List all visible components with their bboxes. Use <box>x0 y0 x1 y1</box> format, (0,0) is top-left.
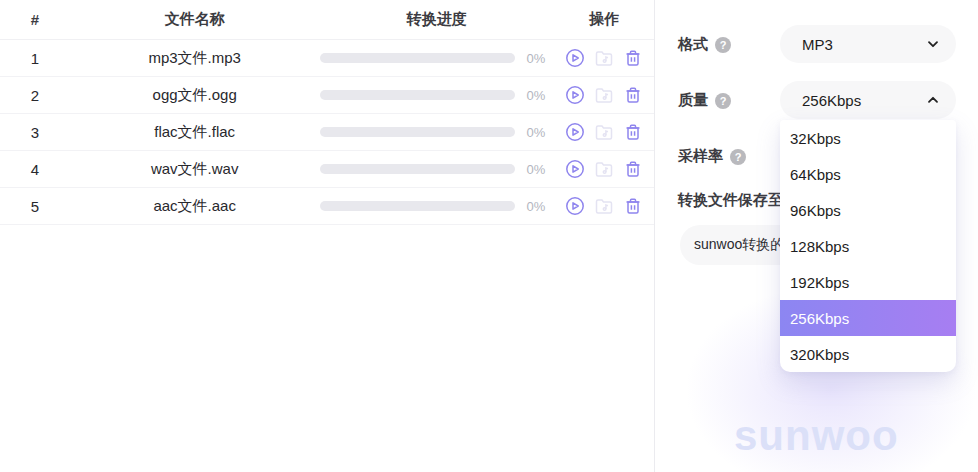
chevron-down-icon <box>926 37 940 51</box>
quality-value: 256Kbps <box>802 92 861 109</box>
progress-bar <box>320 201 515 211</box>
table-row: 2 ogg文件.ogg 0% <box>0 77 654 114</box>
progress-percent: 0% <box>527 51 546 66</box>
play-button[interactable] <box>565 48 585 68</box>
format-value: MP3 <box>802 36 833 53</box>
table-row: 4 wav文件.wav 0% <box>0 151 654 188</box>
header-index: # <box>0 11 70 28</box>
file-table: # 文件名称 转换进度 操作 1 mp3文件.mp3 0% 2 ogg文件.og… <box>0 0 655 472</box>
quality-select[interactable]: 256Kbps <box>780 81 956 119</box>
settings-panel: sunwoo 格式 MP3 质量 256Kbps 采样率 转换文件保存至 sun… <box>656 0 978 472</box>
help-icon[interactable] <box>730 149 746 165</box>
progress-bar <box>320 164 515 174</box>
table-header: # 文件名称 转换进度 操作 <box>0 0 654 40</box>
output-folder-button[interactable] <box>594 48 614 68</box>
dropdown-option[interactable]: 320Kbps <box>780 336 956 372</box>
chevron-up-icon <box>926 93 940 107</box>
row-index: 4 <box>0 161 70 178</box>
dropdown-option[interactable]: 128Kbps <box>780 228 956 264</box>
row-index: 3 <box>0 124 70 141</box>
row-filename: ogg文件.ogg <box>70 86 320 105</box>
row-index: 2 <box>0 87 70 104</box>
play-button[interactable] <box>565 122 585 142</box>
format-label: 格式 <box>678 35 708 54</box>
output-folder-button[interactable] <box>594 85 614 105</box>
header-actions: 操作 <box>554 10 654 29</box>
dropdown-option[interactable]: 192Kbps <box>780 264 956 300</box>
delete-button[interactable] <box>623 85 643 105</box>
output-folder-button[interactable] <box>594 159 614 179</box>
watermark: sunwoo <box>734 412 899 460</box>
delete-button[interactable] <box>623 196 643 216</box>
play-button[interactable] <box>565 85 585 105</box>
row-index: 1 <box>0 50 70 67</box>
progress-percent: 0% <box>527 162 546 177</box>
table-row: 5 aac文件.aac 0% <box>0 188 654 225</box>
dropdown-option-selected[interactable]: 256Kbps <box>780 300 956 336</box>
dropdown-option[interactable]: 96Kbps <box>780 192 956 228</box>
header-filename: 文件名称 <box>70 10 320 29</box>
play-button[interactable] <box>565 196 585 216</box>
samplerate-label: 采样率 <box>678 147 723 166</box>
progress-percent: 0% <box>527 125 546 140</box>
save-path-value: sunwoo转换的 <box>694 236 784 254</box>
progress-bar <box>320 53 515 63</box>
progress-percent: 0% <box>527 88 546 103</box>
help-icon[interactable] <box>715 37 731 53</box>
play-button[interactable] <box>565 159 585 179</box>
header-progress: 转换进度 <box>320 10 555 29</box>
progress-bar <box>320 127 515 137</box>
delete-button[interactable] <box>623 159 643 179</box>
table-row: 3 flac文件.flac 0% <box>0 114 654 151</box>
quality-label: 质量 <box>678 91 708 110</box>
row-filename: flac文件.flac <box>70 123 320 142</box>
row-filename: mp3文件.mp3 <box>70 49 320 68</box>
row-index: 5 <box>0 198 70 215</box>
output-folder-button[interactable] <box>594 122 614 142</box>
delete-button[interactable] <box>623 122 643 142</box>
output-folder-button[interactable] <box>594 196 614 216</box>
format-select[interactable]: MP3 <box>780 25 956 63</box>
progress-percent: 0% <box>527 199 546 214</box>
dropdown-option[interactable]: 32Kbps <box>780 120 956 156</box>
progress-bar <box>320 90 515 100</box>
quality-dropdown: 32Kbps 64Kbps 96Kbps 128Kbps 192Kbps 256… <box>780 120 956 372</box>
help-icon[interactable] <box>715 93 731 109</box>
row-filename: aac文件.aac <box>70 197 320 216</box>
save-path-label: 转换文件保存至 <box>678 191 783 210</box>
audio-converter-window: # 文件名称 转换进度 操作 1 mp3文件.mp3 0% 2 ogg文件.og… <box>0 0 978 472</box>
table-row: 1 mp3文件.mp3 0% <box>0 40 654 77</box>
delete-button[interactable] <box>623 48 643 68</box>
dropdown-option[interactable]: 64Kbps <box>780 156 956 192</box>
row-filename: wav文件.wav <box>70 160 320 179</box>
